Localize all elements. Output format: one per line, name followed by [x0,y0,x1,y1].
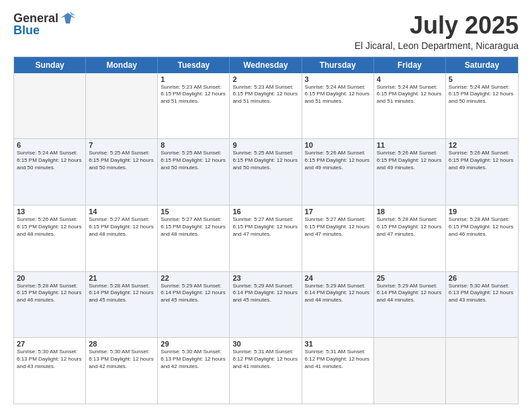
day-number: 2 [232,75,298,83]
day-number: 5 [449,75,515,83]
day-number: 24 [305,274,371,282]
day-info: Sunrise: 5:30 AM Sunset: 6:13 PM Dayligh… [161,349,226,370]
page: General Blue July 2025 El Jicaral, Leon … [0,0,532,411]
day-number: 17 [305,208,371,216]
cell-w5-d6 [374,338,446,404]
day-number: 18 [377,208,443,216]
day-info: Sunrise: 5:27 AM Sunset: 6:15 PM Dayligh… [89,216,154,238]
calendar: Sunday Monday Tuesday Wednesday Thursday… [13,56,519,404]
calendar-header: Sunday Monday Tuesday Wednesday Thursday… [14,57,518,73]
day-info: Sunrise: 5:29 AM Sunset: 6:14 PM Dayligh… [161,283,226,304]
logo-general: General [13,12,58,24]
day-info: Sunrise: 5:26 AM Sunset: 6:15 PM Dayligh… [449,150,515,171]
header-thursday: Thursday [302,57,374,73]
header-monday: Monday [86,57,158,73]
cell-w5-d7 [446,338,518,404]
cell-w2-d3: 8Sunrise: 5:25 AM Sunset: 6:15 PM Daylig… [158,139,230,205]
week-1: 1Sunrise: 5:23 AM Sunset: 6:15 PM Daylig… [14,73,518,140]
main-title: July 2025 [355,12,519,39]
day-info: Sunrise: 5:26 AM Sunset: 6:15 PM Dayligh… [17,216,83,238]
day-info: Sunrise: 5:29 AM Sunset: 6:14 PM Dayligh… [305,283,371,304]
day-info: Sunrise: 5:25 AM Sunset: 6:15 PM Dayligh… [89,150,154,171]
day-number: 8 [161,141,226,149]
day-number: 28 [89,340,154,348]
week-4: 20Sunrise: 5:28 AM Sunset: 6:15 PM Dayli… [14,272,518,338]
cell-w3-d3: 15Sunrise: 5:27 AM Sunset: 6:15 PM Dayli… [158,205,230,271]
cell-w3-d2: 14Sunrise: 5:27 AM Sunset: 6:15 PM Dayli… [86,205,158,271]
cell-w1-d7: 5Sunrise: 5:24 AM Sunset: 6:15 PM Daylig… [446,73,518,139]
day-number: 7 [89,141,154,149]
day-info: Sunrise: 5:28 AM Sunset: 6:15 PM Dayligh… [449,216,515,238]
cell-w3-d5: 17Sunrise: 5:27 AM Sunset: 6:15 PM Dayli… [302,205,374,271]
week-3: 13Sunrise: 5:26 AM Sunset: 6:15 PM Dayli… [14,205,518,272]
day-info: Sunrise: 5:25 AM Sunset: 6:15 PM Dayligh… [161,150,226,171]
bird-icon [60,11,75,24]
cell-w2-d5: 10Sunrise: 5:26 AM Sunset: 6:15 PM Dayli… [302,139,374,205]
day-info: Sunrise: 5:24 AM Sunset: 6:15 PM Dayligh… [449,84,515,105]
day-number: 4 [377,75,443,83]
day-info: Sunrise: 5:26 AM Sunset: 6:15 PM Dayligh… [377,150,443,171]
cell-w4-d2: 21Sunrise: 5:28 AM Sunset: 6:14 PM Dayli… [86,272,158,338]
cell-w1-d3: 1Sunrise: 5:23 AM Sunset: 6:15 PM Daylig… [158,73,230,139]
day-number: 6 [17,141,83,149]
cell-w3-d1: 13Sunrise: 5:26 AM Sunset: 6:15 PM Dayli… [14,205,86,271]
header-friday: Friday [374,57,446,73]
day-info: Sunrise: 5:23 AM Sunset: 6:15 PM Dayligh… [161,84,226,105]
cell-w4-d7: 26Sunrise: 5:30 AM Sunset: 6:13 PM Dayli… [446,272,518,338]
header-tuesday: Tuesday [158,57,230,73]
day-number: 29 [161,340,226,348]
day-number: 23 [232,274,298,282]
calendar-body: 1Sunrise: 5:23 AM Sunset: 6:15 PM Daylig… [14,73,518,404]
week-5: 27Sunrise: 5:30 AM Sunset: 6:13 PM Dayli… [14,338,518,404]
day-info: Sunrise: 5:27 AM Sunset: 6:15 PM Dayligh… [161,216,226,238]
title-section: July 2025 El Jicaral, Leon Department, N… [355,12,519,51]
day-number: 10 [305,141,371,149]
day-info: Sunrise: 5:26 AM Sunset: 6:15 PM Dayligh… [305,150,371,171]
day-info: Sunrise: 5:31 AM Sunset: 6:12 PM Dayligh… [232,349,298,370]
header: General Blue July 2025 El Jicaral, Leon … [13,12,519,51]
day-number: 30 [232,340,298,348]
cell-w2-d4: 9Sunrise: 5:25 AM Sunset: 6:15 PM Daylig… [230,139,302,205]
day-info: Sunrise: 5:30 AM Sunset: 6:13 PM Dayligh… [89,349,154,370]
cell-w4-d4: 23Sunrise: 5:29 AM Sunset: 6:14 PM Dayli… [230,272,302,338]
day-number: 27 [17,340,83,348]
day-info: Sunrise: 5:27 AM Sunset: 6:15 PM Dayligh… [232,216,298,238]
cell-w3-d4: 16Sunrise: 5:27 AM Sunset: 6:15 PM Dayli… [230,205,302,271]
day-number: 9 [232,141,298,149]
cell-w5-d2: 28Sunrise: 5:30 AM Sunset: 6:13 PM Dayli… [86,338,158,404]
logo: General Blue [13,12,75,36]
header-saturday: Saturday [446,57,518,73]
day-number: 3 [305,75,371,83]
cell-w2-d1: 6Sunrise: 5:24 AM Sunset: 6:15 PM Daylig… [14,139,86,205]
cell-w1-d6: 4Sunrise: 5:24 AM Sunset: 6:15 PM Daylig… [374,73,446,139]
day-number: 1 [161,75,226,83]
week-2: 6Sunrise: 5:24 AM Sunset: 6:15 PM Daylig… [14,139,518,205]
day-info: Sunrise: 5:24 AM Sunset: 6:15 PM Dayligh… [377,84,443,105]
day-info: Sunrise: 5:28 AM Sunset: 6:15 PM Dayligh… [17,283,83,304]
day-number: 13 [17,208,83,216]
day-info: Sunrise: 5:27 AM Sunset: 6:15 PM Dayligh… [305,216,371,238]
day-info: Sunrise: 5:28 AM Sunset: 6:15 PM Dayligh… [377,216,443,238]
cell-w4-d5: 24Sunrise: 5:29 AM Sunset: 6:14 PM Dayli… [302,272,374,338]
day-number: 12 [449,141,515,149]
subtitle: El Jicaral, Leon Department, Nicaragua [355,40,519,51]
cell-w4-d1: 20Sunrise: 5:28 AM Sunset: 6:15 PM Dayli… [14,272,86,338]
day-info: Sunrise: 5:29 AM Sunset: 6:14 PM Dayligh… [232,283,298,304]
cell-w2-d2: 7Sunrise: 5:25 AM Sunset: 6:15 PM Daylig… [86,139,158,205]
day-info: Sunrise: 5:23 AM Sunset: 6:15 PM Dayligh… [232,84,298,105]
header-wednesday: Wednesday [230,57,302,73]
day-number: 15 [161,208,226,216]
day-info: Sunrise: 5:25 AM Sunset: 6:15 PM Dayligh… [232,150,298,171]
day-number: 11 [377,141,443,149]
day-number: 19 [449,208,515,216]
cell-w5-d4: 30Sunrise: 5:31 AM Sunset: 6:12 PM Dayli… [230,338,302,404]
day-number: 20 [17,274,83,282]
logo-blue: Blue [13,24,40,36]
cell-w1-d2 [86,73,158,139]
day-number: 26 [449,274,515,282]
day-number: 14 [89,208,154,216]
cell-w2-d6: 11Sunrise: 5:26 AM Sunset: 6:15 PM Dayli… [374,139,446,205]
day-info: Sunrise: 5:29 AM Sunset: 6:14 PM Dayligh… [377,283,443,304]
day-info: Sunrise: 5:28 AM Sunset: 6:14 PM Dayligh… [89,283,154,304]
cell-w3-d6: 18Sunrise: 5:28 AM Sunset: 6:15 PM Dayli… [374,205,446,271]
